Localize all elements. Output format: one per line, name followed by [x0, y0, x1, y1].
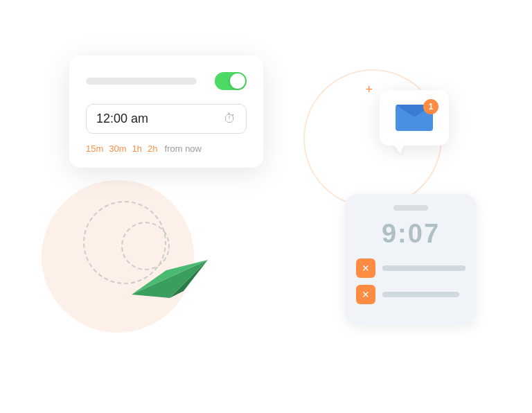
svg-marker-0 — [132, 260, 208, 298]
mail-bubble: 1 — [380, 90, 449, 146]
task-icon-symbol-2: ✕ — [362, 289, 370, 300]
task-icon-1: ✕ — [356, 258, 375, 278]
phone-notch — [393, 205, 428, 211]
toggle-knob — [230, 73, 245, 89]
task-icon-2: ✕ — [356, 285, 375, 304]
shortcut-30m[interactable]: 30m — [109, 143, 126, 154]
task-icon-symbol-1: ✕ — [362, 263, 370, 274]
time-shortcuts: 15m 30m 1h 2h from now — [86, 143, 247, 154]
envelope-wrapper: 1 — [396, 105, 433, 131]
toggle-switch[interactable] — [215, 72, 247, 90]
clock-icon: ⏱ — [224, 112, 236, 126]
time-card: 12:00 am ⏱ 15m 30m 1h 2h from now — [69, 55, 263, 168]
time-value: 12:00 am — [96, 112, 148, 126]
phone-card: 9:07 ✕ ✕ — [345, 194, 477, 325]
scene: + 12:00 am ⏱ 15m 30m 1h 2h from now — [0, 0, 532, 413]
toggle-bar — [86, 78, 197, 85]
toggle-row — [86, 72, 247, 90]
task-bar-2 — [382, 292, 459, 297]
task-bar-1 — [382, 265, 466, 271]
shortcut-15m[interactable]: 15m — [86, 143, 103, 154]
shortcut-2h[interactable]: 2h — [148, 143, 157, 154]
phone-time: 9:07 — [356, 219, 466, 249]
task-row-1: ✕ — [356, 258, 466, 278]
plus-icon: + — [365, 83, 373, 96]
from-now-label: from now — [165, 143, 202, 154]
task-row-2: ✕ — [356, 285, 466, 304]
paper-plane-svg — [128, 239, 211, 301]
shortcut-1h[interactable]: 1h — [132, 143, 142, 154]
mail-envelope: 1 — [380, 90, 449, 146]
paper-plane — [128, 239, 211, 304]
mail-badge: 1 — [423, 99, 438, 114]
time-input-row[interactable]: 12:00 am ⏱ — [86, 104, 247, 134]
